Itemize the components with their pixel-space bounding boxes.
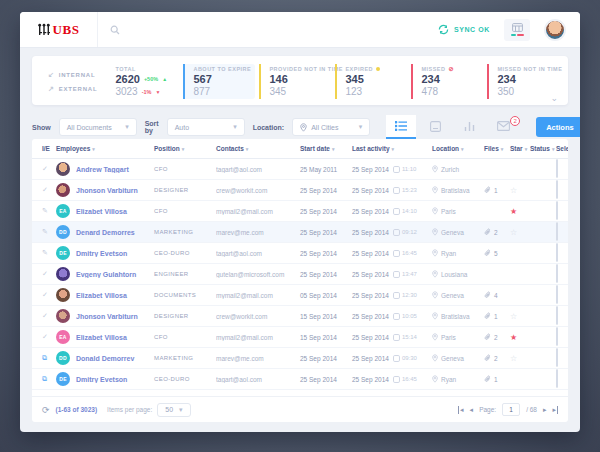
location-select[interactable]: All Cities ▾ — [292, 118, 370, 136]
pencil-icon[interactable]: ✎ — [42, 207, 56, 215]
list-view-button[interactable] — [386, 115, 416, 139]
mail-view-button[interactable]: 2 — [488, 115, 518, 139]
col-header-start-date[interactable]: Start date▾ — [300, 145, 352, 152]
employee-name[interactable]: Andrew Taggart — [76, 166, 154, 173]
star-icon[interactable]: ☆ — [510, 354, 530, 363]
row-checkbox[interactable] — [556, 180, 558, 199]
contact-email[interactable]: tagart@aol.com — [216, 376, 300, 383]
stat-about-to-expire[interactable]: ABOUT TO EXPIRE 567 877 — [183, 64, 255, 99]
contact-email[interactable]: tagart@aol.com — [216, 166, 300, 173]
sort-select[interactable]: Auto▾ — [167, 118, 245, 136]
files-cell[interactable]: 5 — [484, 249, 510, 257]
chart-view-button[interactable] — [454, 115, 484, 139]
col-header-contacts[interactable]: Contacts▾ — [216, 145, 300, 152]
table-row[interactable]: ✎ DD Denard Demorres MARKETING marev@me.… — [32, 222, 568, 243]
col-header-last-activity[interactable]: Last activity▾ — [352, 145, 432, 152]
table-row[interactable]: ✓ Elizabet Villosa DOCUMENTS mymail2@mai… — [32, 285, 568, 306]
refresh-icon[interactable]: ⟳ — [42, 405, 50, 415]
contact-email[interactable]: gutelan@microsoft.com — [216, 271, 300, 278]
external-icon[interactable]: ⧉ — [42, 375, 56, 383]
star-icon[interactable]: ★ — [510, 333, 530, 342]
contact-email[interactable]: mymail2@mail.com — [216, 208, 300, 215]
employee-name[interactable]: Dmitry Evetson — [76, 376, 154, 383]
check-icon[interactable]: ✓ — [42, 270, 56, 278]
row-checkbox[interactable] — [556, 327, 558, 346]
row-checkbox[interactable] — [556, 306, 558, 325]
prev-page-button[interactable]: ◂ — [470, 406, 474, 414]
files-cell[interactable]: 4 — [484, 291, 510, 299]
ubs-logo[interactable]: UBS — [20, 12, 98, 47]
table-row[interactable]: ⧉ DE Dmitry Evetson CEO-DURO tagart@aol.… — [32, 369, 568, 390]
external-icon[interactable]: ⧉ — [42, 354, 56, 362]
files-cell[interactable]: 2 — [484, 333, 510, 341]
col-header-position[interactable]: Position▾ — [154, 145, 216, 152]
col-header-select[interactable]: Select▾ — [556, 145, 568, 152]
sync-status[interactable]: SYNC OK — [438, 24, 490, 35]
row-checkbox[interactable] — [556, 201, 558, 220]
contact-email[interactable]: crew@workit.com — [216, 313, 300, 320]
page-input[interactable] — [502, 403, 520, 416]
table-row[interactable]: ✓ Jhonson Varbiturn DESIGNER crew@workit… — [32, 306, 568, 327]
contact-email[interactable]: mymail2@mail.com — [216, 292, 300, 299]
first-page-button[interactable]: ◂ — [458, 406, 464, 414]
items-per-page-select[interactable]: 50▾ — [157, 403, 190, 417]
col-header-files[interactable]: Files▾ — [484, 145, 510, 152]
row-checkbox[interactable] — [556, 348, 558, 367]
table-row[interactable]: ✎ EA Elizabet Villosa CFO mymail2@mail.c… — [32, 201, 568, 222]
stat-provided-not-in-time[interactable]: PROVIDED NOT IN TIME 146 345 — [259, 64, 331, 99]
row-checkbox[interactable] — [556, 285, 558, 304]
star-icon[interactable]: ☆ — [510, 186, 530, 195]
employee-name[interactable]: Elizabet Villosa — [76, 334, 154, 341]
next-page-button[interactable]: ▸ — [543, 406, 547, 414]
contact-email[interactable]: marev@me.com — [216, 229, 300, 236]
check-icon[interactable]: ✓ — [42, 165, 56, 173]
contact-email[interactable]: crew@workit.com — [216, 187, 300, 194]
star-icon[interactable]: ☆ — [510, 312, 530, 321]
col-header-ie[interactable]: I/E — [42, 145, 56, 152]
check-icon[interactable]: ✓ — [42, 291, 56, 299]
col-header-status[interactable]: Status▾ — [530, 145, 556, 152]
table-row[interactable]: ✓ Evgeny Gulahtorn ENGINEER gutelan@micr… — [32, 264, 568, 285]
table-row[interactable]: ✓ Andrew Taggart CFO tagart@aol.com 25 M… — [32, 159, 568, 180]
actions-button[interactable]: Actions▼ — [536, 117, 580, 137]
col-header-employees[interactable]: Employees▾ — [56, 145, 154, 152]
files-cell[interactable]: 1 — [484, 375, 510, 383]
col-header-star[interactable]: Star▾ — [510, 145, 530, 152]
row-checkbox[interactable] — [556, 222, 558, 241]
contact-email[interactable]: marev@me.com — [216, 355, 300, 362]
row-checkbox[interactable] — [556, 243, 558, 262]
table-row[interactable]: ✎ DE Dmitry Evetson CEO-DURO tagart@aol.… — [32, 243, 568, 264]
table-row[interactable]: ⧉ DD Donald Demorrev MARKETING marev@me.… — [32, 348, 568, 369]
user-avatar[interactable] — [544, 19, 566, 41]
show-select[interactable]: All Documents▾ — [59, 118, 137, 136]
stat-missed-not-in-time[interactable]: MISSED NOT IN TIME 234 350 — [487, 64, 559, 99]
last-page-button[interactable]: ▸ — [552, 406, 558, 414]
employee-name[interactable]: Dmitry Evetson — [76, 250, 154, 257]
files-cell[interactable]: 2 — [484, 228, 510, 236]
contact-email[interactable]: tagart@aol.com — [216, 250, 300, 257]
col-header-location[interactable]: Location▾ — [432, 145, 484, 152]
table-row[interactable]: ✓ Jhonson Varbiturn DESIGNER crew@workit… — [32, 180, 568, 201]
files-cell[interactable]: 1 — [484, 312, 510, 320]
employee-name[interactable]: Elizabet Villosa — [76, 208, 154, 215]
employee-name[interactable]: Jhonson Varbiturn — [76, 313, 154, 320]
pencil-icon[interactable]: ✎ — [42, 249, 56, 257]
employee-name[interactable]: Elizabet Villosa — [76, 292, 154, 299]
check-icon[interactable]: ✓ — [42, 186, 56, 194]
contact-email[interactable]: mymail2@mail.com — [216, 334, 300, 341]
calendar-button[interactable] — [504, 19, 530, 41]
pencil-icon[interactable]: ✎ — [42, 228, 56, 236]
table-row[interactable]: ✓ EA Elizabet Villosa CFO mymail2@mail.c… — [32, 327, 568, 348]
employee-name[interactable]: Donald Demorrev — [76, 355, 154, 362]
stats-collapse-chevron-icon[interactable]: ⌄ — [550, 93, 558, 103]
card-view-button[interactable] — [420, 115, 450, 139]
stat-missed[interactable]: MISSED⊘ 234 478 — [411, 64, 483, 99]
search-input[interactable] — [98, 25, 438, 35]
employee-name[interactable]: Evgeny Gulahtorn — [76, 271, 154, 278]
stat-expired[interactable]: EXPIRED 345 123 — [335, 64, 407, 99]
star-icon[interactable]: ☆ — [510, 228, 530, 237]
star-icon[interactable]: ★ — [510, 207, 530, 216]
files-cell[interactable]: 2 — [484, 354, 510, 362]
files-cell[interactable]: 1 — [484, 186, 510, 194]
check-icon[interactable]: ✓ — [42, 312, 56, 320]
